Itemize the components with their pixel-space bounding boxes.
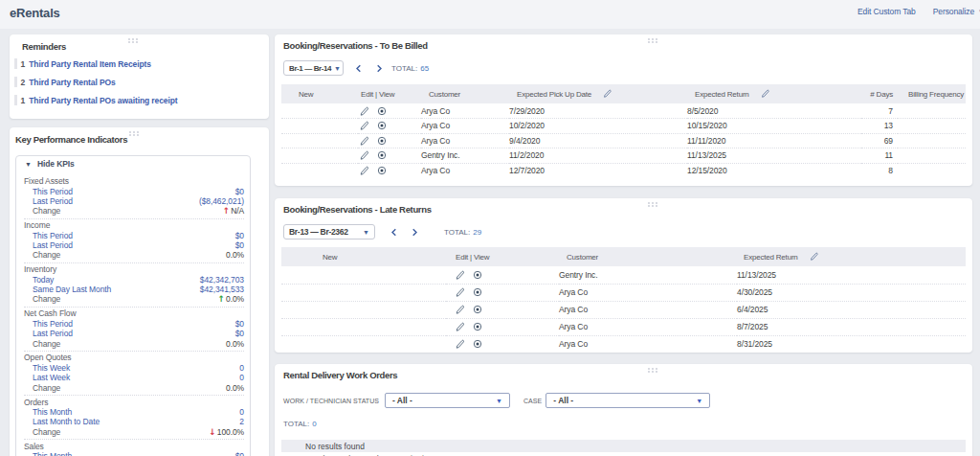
personalize-link[interactable]: Personalize xyxy=(933,7,974,16)
kpi-label: Change xyxy=(33,206,60,216)
drag-handle-icon[interactable] xyxy=(647,201,658,207)
col-new[interactable]: New xyxy=(281,84,358,103)
kpi-value-link[interactable]: $0 xyxy=(235,319,244,329)
chevron-down-icon: ▼ xyxy=(363,229,369,236)
prev-page-button[interactable] xyxy=(385,224,402,239)
case-filter-select[interactable]: - All - ▼ xyxy=(546,393,710,408)
next-page-button[interactable] xyxy=(406,224,423,239)
col-new[interactable]: New xyxy=(281,247,446,266)
view-eye-icon[interactable] xyxy=(473,270,482,280)
status-filter-select[interactable]: - All - ▼ xyxy=(385,393,510,408)
kpi-value-link[interactable]: 2 xyxy=(239,417,244,426)
kpi-label-link[interactable]: Last Month to Date xyxy=(33,417,100,426)
kpi-label-link[interactable]: This Month xyxy=(33,451,72,456)
reminder-item[interactable]: 2Third Party Rental POs xyxy=(14,73,269,91)
kpi-label-link[interactable]: Last Period xyxy=(33,329,73,338)
drag-handle-icon[interactable] xyxy=(647,367,658,373)
prev-page-button[interactable] xyxy=(349,60,367,76)
column-edit-pencil-icon[interactable] xyxy=(761,89,769,100)
kpi-label-link[interactable]: Today xyxy=(33,275,54,285)
kpi-value-link[interactable]: $42,342,703 xyxy=(200,275,244,285)
edit-pencil-icon[interactable] xyxy=(360,106,368,116)
view-eye-icon[interactable] xyxy=(473,287,482,297)
kpi-value: ↓100.0% xyxy=(209,427,244,437)
kpi-value-link[interactable]: ($8,462,021) xyxy=(199,196,244,206)
kpi-label-link[interactable]: Same Day Last Month xyxy=(33,285,111,294)
view-eye-icon[interactable] xyxy=(473,322,482,331)
edit-custom-tab-link[interactable]: Edit Custom Tab xyxy=(858,7,916,16)
hide-kpis-toggle[interactable]: ▼ Hide KPIs xyxy=(24,159,244,169)
cell-customer: Arya Co xyxy=(421,103,509,119)
col-expected-return[interactable]: Expected Return xyxy=(687,84,861,103)
range-dropdown[interactable]: Br-1 — Br-14 ▼ xyxy=(283,60,344,76)
kpi-label-link[interactable]: This Week xyxy=(33,363,70,373)
kpi-label-link[interactable]: This Month xyxy=(33,407,72,417)
kpi-value-link[interactable]: $0 xyxy=(235,231,244,240)
edit-pencil-icon[interactable] xyxy=(360,136,368,146)
arrow-down-icon: ↓ xyxy=(209,427,215,437)
kpi-label-link[interactable]: Last Week xyxy=(33,373,70,382)
col-expected-pickup[interactable]: Expected Pick Up Date xyxy=(509,84,687,103)
kpi-value-link[interactable]: $0 xyxy=(235,329,244,338)
total-value: 65 xyxy=(420,64,429,73)
drag-handle-icon[interactable] xyxy=(128,130,140,136)
kpi-label-link[interactable]: Last Period xyxy=(33,196,73,206)
col-customer[interactable]: Customer xyxy=(421,84,509,103)
reminder-link[interactable]: Third Party Rental POs xyxy=(29,78,115,87)
col-days[interactable]: # Days xyxy=(861,84,898,103)
edit-pencil-icon[interactable] xyxy=(456,305,464,314)
edit-pencil-icon[interactable] xyxy=(456,270,464,280)
next-page-button[interactable] xyxy=(370,60,388,76)
drag-handle-icon[interactable] xyxy=(127,37,139,43)
kpi-value-link[interactable]: 0 xyxy=(239,363,244,373)
drag-handle-icon[interactable] xyxy=(647,37,658,43)
col-edit-view[interactable]: Edit | View xyxy=(446,247,559,266)
view-eye-icon[interactable] xyxy=(377,150,387,160)
column-edit-pencil-icon[interactable] xyxy=(603,89,612,100)
view-eye-icon[interactable] xyxy=(377,106,387,116)
total-label: TOTAL: xyxy=(444,228,470,237)
view-eye-icon[interactable] xyxy=(377,136,387,146)
reminder-link[interactable]: Third Party Rental Item Receipts xyxy=(29,59,151,69)
cell-empty xyxy=(281,318,446,335)
view-eye-icon[interactable] xyxy=(473,305,482,314)
range-dropdown[interactable]: Br-13 — Br-2362 ▼ xyxy=(283,224,375,239)
total-label: TOTAL: xyxy=(391,64,417,73)
reminder-item[interactable]: 1Third Party Rental POs awaiting receipt xyxy=(14,91,269,109)
col-edit-view[interactable]: Edit | View xyxy=(358,84,421,103)
table-row: Arya Co10/2/202010/15/202013 xyxy=(281,119,966,134)
cell-empty xyxy=(281,148,358,164)
edit-pencil-icon[interactable] xyxy=(456,339,464,349)
kpi-label-link[interactable]: This Period xyxy=(33,187,73,196)
kpi-label-link[interactable]: Last Period xyxy=(33,240,73,250)
kpi-value-link[interactable]: 0 xyxy=(239,407,244,417)
edit-pencil-icon[interactable] xyxy=(456,322,464,331)
cell-days: 69 xyxy=(861,133,898,148)
kpi-label-link[interactable]: This Period xyxy=(33,319,73,329)
edit-pencil-icon[interactable] xyxy=(360,150,368,160)
view-eye-icon[interactable] xyxy=(377,166,387,175)
reminder-link[interactable]: Third Party Rental POs awaiting receipt xyxy=(29,96,177,105)
kpi-label: Change xyxy=(33,339,60,349)
row-actions-cell xyxy=(446,318,559,335)
view-eye-icon[interactable] xyxy=(377,121,387,130)
reminder-item[interactable]: 1Third Party Rental Item Receipts xyxy=(14,55,269,73)
row-actions-cell xyxy=(358,148,421,164)
kpi-value-link[interactable]: $0 xyxy=(235,240,244,250)
view-eye-icon[interactable] xyxy=(473,339,482,349)
kpi-value-link[interactable]: $0 xyxy=(235,187,244,196)
kpi-label-link[interactable]: This Period xyxy=(33,231,73,240)
cell-pickup: 7/29/2020 xyxy=(509,103,687,119)
col-billing-frequency[interactable]: Billing Frequency xyxy=(898,84,966,103)
kpi-row: Last Period($8,462,021) xyxy=(24,196,244,206)
edit-pencil-icon[interactable] xyxy=(456,287,464,297)
col-customer[interactable]: Customer xyxy=(559,247,737,266)
kpi-value-link[interactable]: $0 xyxy=(235,451,244,456)
kpi-value-link[interactable]: 0 xyxy=(239,373,244,382)
table-row: Arya Co9/4/202011/11/202069 xyxy=(281,133,966,148)
col-expected-return[interactable]: Expected Return xyxy=(737,247,966,266)
edit-pencil-icon[interactable] xyxy=(360,166,368,175)
column-edit-pencil-icon[interactable] xyxy=(810,252,818,262)
edit-pencil-icon[interactable] xyxy=(360,121,368,130)
kpi-value-link[interactable]: $42,341,533 xyxy=(200,285,244,294)
